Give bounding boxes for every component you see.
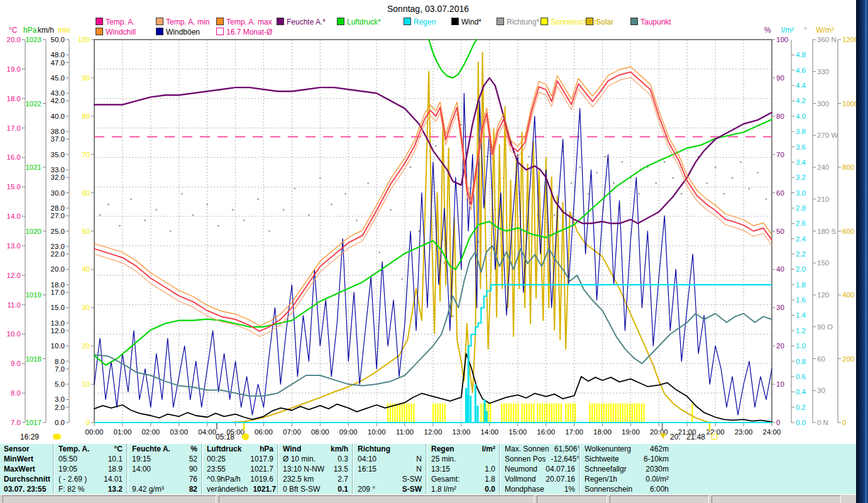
stats-cell: veränderlich1021.7 (203, 484, 277, 494)
svg-text:60: 60 (817, 355, 825, 363)
svg-text:150: 150 (817, 259, 829, 267)
svg-text:0.0: 0.0 (55, 419, 65, 426)
stats-table: SensorMinWertMaxWertDurchschnitt03.07. 2… (0, 444, 856, 494)
status-bar (0, 494, 856, 503)
stats-group-direction: Richtung04:10N16:15NS-SW209 °S-SW (354, 444, 426, 494)
svg-text:90 O: 90 O (817, 323, 833, 331)
svg-text:16.0: 16.0 (7, 153, 21, 161)
stats-cell: F: 82 %13.2 (55, 484, 126, 494)
stats-group-wind: Windkm/hØ 10 min.0.313:10 N-NW13.5232.5 … (279, 444, 352, 494)
svg-text:48.0: 48.0 (51, 51, 65, 58)
svg-text:42.0: 42.0 (51, 97, 65, 104)
svg-text:18.0: 18.0 (7, 95, 21, 102)
svg-text:40.0: 40.0 (51, 113, 65, 120)
svg-text:4.2: 4.2 (796, 97, 806, 104)
stats-cell: 0 Bft S-SW0.1 (279, 484, 352, 494)
stats-cell: 19:0518.9 (55, 464, 126, 474)
svg-text:1.0: 1.0 (796, 342, 806, 350)
svg-text:13:00: 13:00 (453, 428, 471, 436)
svg-text:20.0: 20.0 (51, 265, 65, 273)
svg-text:14:00: 14:00 (480, 428, 498, 436)
svg-text:1200: 1200 (842, 36, 856, 43)
svg-text:0: 0 (776, 419, 780, 426)
svg-text:1000: 1000 (842, 100, 856, 108)
svg-text:40: 40 (82, 265, 90, 273)
svg-text:8.0: 8.0 (11, 389, 21, 397)
svg-text:50: 50 (82, 228, 90, 235)
day-length-sun-icon (53, 434, 61, 439)
svg-text:3.6: 3.6 (796, 143, 806, 151)
svg-text:22.0: 22.0 (51, 250, 65, 258)
svg-text:2.2: 2.2 (796, 250, 806, 258)
statusbar-segment (219, 495, 534, 503)
svg-text:5.0: 5.0 (55, 380, 65, 388)
svg-text:35.0: 35.0 (51, 151, 65, 158)
stats-group-header: Feuchte A.% (128, 444, 201, 454)
svg-text:1023: 1023 (25, 36, 41, 43)
svg-text:19.0: 19.0 (7, 65, 21, 73)
svg-text:20: 20 (776, 342, 784, 350)
svg-text:30: 30 (817, 387, 825, 394)
svg-text:11.0: 11.0 (7, 301, 21, 309)
stats-cell: 209 °S-SW (354, 484, 426, 494)
statusbar-segment (711, 495, 841, 503)
stats-cell: Sonnen Pos-12,645° (501, 454, 579, 464)
stats-row-labels: SensorMinWertMaxWertDurchschnitt03.07. 2… (0, 444, 53, 494)
svg-text:2.6: 2.6 (796, 219, 806, 227)
svg-text:2.8: 2.8 (796, 204, 806, 212)
svg-text:0: 0 (86, 419, 90, 426)
svg-text:2.0: 2.0 (796, 265, 806, 273)
svg-text:8.0: 8.0 (55, 358, 65, 365)
svg-text:17.0: 17.0 (7, 124, 21, 132)
stats-cell: ( - 2.69 )14.01 (55, 474, 126, 484)
stats-cell: Sonnenschein6:00h (581, 484, 673, 494)
svg-text:02:00: 02:00 (141, 428, 160, 436)
stats-cell: Vollmond20.07.16 (501, 474, 579, 484)
stats-group-header: Windkm/h (279, 444, 352, 454)
stats-row-label: Sensor (0, 444, 53, 454)
svg-text:10:00: 10:00 (368, 428, 386, 436)
stats-group-temp: Temp. A.°C05:5010.119:0518.9( - 2.69 )14… (55, 444, 126, 494)
svg-text:360 N: 360 N (817, 36, 837, 43)
stats-cell: 00:251017.9 (203, 454, 277, 464)
svg-text:2.0: 2.0 (55, 404, 65, 411)
svg-text:06:00: 06:00 (255, 428, 273, 436)
svg-text:16:00: 16:00 (537, 428, 555, 436)
svg-text:3.0: 3.0 (796, 189, 806, 197)
svg-text:10: 10 (776, 380, 784, 388)
svg-text:00:00: 00:00 (85, 428, 104, 436)
stats-cell: 13:10 N-NW13.5 (279, 464, 352, 474)
stats-group-header: Regenl/m² (427, 444, 499, 454)
svg-text:13.0: 13.0 (51, 319, 65, 327)
statusbar-segment (3, 495, 216, 503)
svg-text:24:00: 24:00 (763, 428, 781, 436)
svg-text:08:00: 08:00 (311, 428, 329, 436)
svg-text:0: 0 (842, 419, 846, 426)
svg-text:1.6: 1.6 (796, 296, 806, 304)
svg-text:18:00: 18:00 (593, 428, 612, 436)
svg-text:38.0: 38.0 (51, 128, 65, 135)
stats-group-rain: Regenl/m²25 min.13:151.0Gesamt:1.81.8 l/… (427, 444, 499, 494)
svg-text:20.0: 20.0 (7, 36, 21, 43)
svg-text:14.0: 14.0 (7, 213, 21, 220)
day-length-label: 16:29 (20, 433, 39, 441)
svg-text:43.0: 43.0 (51, 89, 65, 97)
svg-text:100: 100 (776, 36, 788, 43)
svg-text:4.8: 4.8 (796, 51, 806, 58)
statusbar-segment (610, 495, 709, 503)
stats-group-humidity: Feuchte A.%19:155214:0090769.42 g/m³82 (128, 444, 201, 494)
svg-text:3.0: 3.0 (55, 395, 65, 403)
svg-text:37.0: 37.0 (51, 135, 65, 143)
stats-cell: 23:551021.7 (203, 464, 277, 474)
stats-cell: Regen/1h0.0l/m² (581, 474, 673, 484)
stats-group-header: Temp. A.°C (55, 444, 126, 454)
svg-text:60: 60 (82, 189, 90, 197)
svg-text:10: 10 (82, 380, 90, 388)
sunset-prefix-label: 20: (670, 433, 681, 441)
svg-text:0.4: 0.4 (796, 388, 806, 395)
stats-cell: 04:10N (354, 454, 426, 464)
svg-text:01:00: 01:00 (114, 428, 132, 436)
stats-cell: 25 min. (427, 454, 499, 464)
stats-row-label: MinWert (0, 454, 53, 464)
svg-text:210: 210 (817, 196, 829, 203)
